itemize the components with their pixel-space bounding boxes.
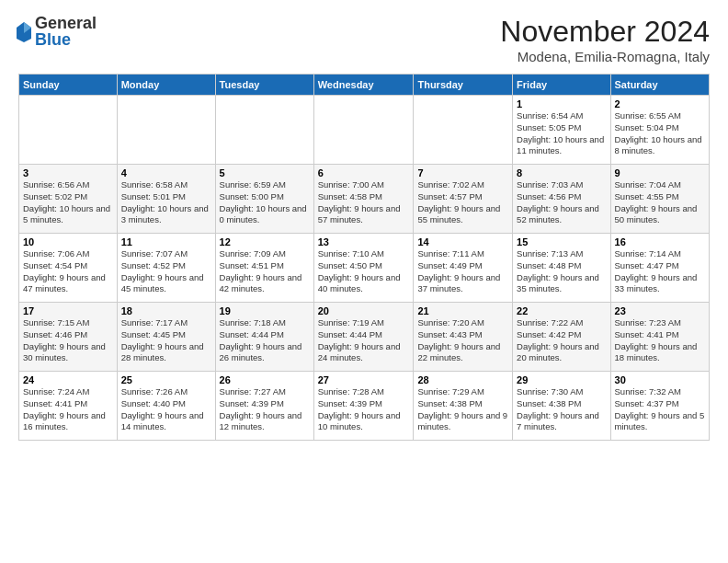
calendar-cell: 1Sunrise: 6:54 AMSunset: 5:05 PMDaylight… <box>513 96 610 165</box>
calendar-cell: 22Sunrise: 7:22 AMSunset: 4:42 PMDayligh… <box>513 303 610 372</box>
day-number: 21 <box>417 305 508 316</box>
day-info: Sunrise: 7:18 AMSunset: 4:44 PMDaylight:… <box>220 317 302 362</box>
day-number: 6 <box>318 167 410 178</box>
calendar-cell <box>117 96 215 165</box>
calendar-header-row: SundayMondayTuesdayWednesdayThursdayFrid… <box>19 75 710 96</box>
calendar-cell: 18Sunrise: 7:17 AMSunset: 4:45 PMDayligh… <box>117 303 215 372</box>
calendar-header-sunday: Sunday <box>19 75 118 96</box>
day-number: 3 <box>23 167 113 178</box>
logo: General Blue <box>18 15 97 48</box>
day-number: 4 <box>121 167 211 178</box>
day-number: 24 <box>23 374 113 385</box>
title-block: November 2024 Modena, Emilia-Romagna, It… <box>500 15 710 64</box>
calendar-cell: 17Sunrise: 7:15 AMSunset: 4:46 PMDayligh… <box>19 303 118 372</box>
day-info: Sunrise: 7:10 AMSunset: 4:50 PMDaylight:… <box>318 248 401 293</box>
calendar-cell: 9Sunrise: 7:04 AMSunset: 4:55 PMDaylight… <box>610 165 709 234</box>
day-info: Sunrise: 7:15 AMSunset: 4:46 PMDaylight:… <box>23 317 106 362</box>
day-number: 11 <box>121 236 211 247</box>
day-number: 20 <box>318 305 410 316</box>
logo-icon <box>15 20 33 42</box>
day-number: 7 <box>417 167 508 178</box>
calendar-week-row: 10Sunrise: 7:06 AMSunset: 4:54 PMDayligh… <box>19 234 710 303</box>
day-info: Sunrise: 6:54 AMSunset: 5:05 PMDaylight:… <box>517 110 604 155</box>
day-info: Sunrise: 7:30 AMSunset: 4:38 PMDaylight:… <box>517 386 599 431</box>
calendar-cell: 12Sunrise: 7:09 AMSunset: 4:51 PMDayligh… <box>215 234 313 303</box>
calendar-cell: 16Sunrise: 7:14 AMSunset: 4:47 PMDayligh… <box>610 234 709 303</box>
day-info: Sunrise: 7:20 AMSunset: 4:43 PMDaylight:… <box>417 317 500 362</box>
day-number: 19 <box>220 305 310 316</box>
day-number: 17 <box>23 305 113 316</box>
day-info: Sunrise: 7:14 AMSunset: 4:47 PMDaylight:… <box>615 248 698 293</box>
day-info: Sunrise: 7:26 AMSunset: 4:40 PMDaylight:… <box>121 386 204 431</box>
day-number: 25 <box>121 374 211 385</box>
day-info: Sunrise: 7:03 AMSunset: 4:56 PMDaylight:… <box>517 179 599 224</box>
day-info: Sunrise: 7:22 AMSunset: 4:42 PMDaylight:… <box>517 317 599 362</box>
day-info: Sunrise: 7:06 AMSunset: 4:54 PMDaylight:… <box>23 248 106 293</box>
calendar-cell <box>19 96 118 165</box>
day-info: Sunrise: 6:58 AMSunset: 5:01 PMDaylight:… <box>121 179 209 224</box>
calendar-cell: 3Sunrise: 6:56 AMSunset: 5:02 PMDaylight… <box>19 165 118 234</box>
calendar-cell: 6Sunrise: 7:00 AMSunset: 4:58 PMDaylight… <box>313 165 414 234</box>
day-info: Sunrise: 6:55 AMSunset: 5:04 PMDaylight:… <box>615 110 702 155</box>
calendar-cell: 29Sunrise: 7:30 AMSunset: 4:38 PMDayligh… <box>513 372 610 441</box>
day-info: Sunrise: 7:28 AMSunset: 4:39 PMDaylight:… <box>318 386 401 431</box>
day-number: 8 <box>517 167 606 178</box>
day-number: 10 <box>23 236 113 247</box>
day-number: 16 <box>615 236 705 247</box>
day-info: Sunrise: 7:13 AMSunset: 4:48 PMDaylight:… <box>517 248 599 293</box>
day-info: Sunrise: 7:23 AMSunset: 4:41 PMDaylight:… <box>615 317 698 362</box>
calendar-header-friday: Friday <box>513 75 610 96</box>
day-info: Sunrise: 7:19 AMSunset: 4:44 PMDaylight:… <box>318 317 401 362</box>
calendar-cell: 14Sunrise: 7:11 AMSunset: 4:49 PMDayligh… <box>414 234 513 303</box>
day-info: Sunrise: 7:11 AMSunset: 4:49 PMDaylight:… <box>417 248 500 293</box>
day-info: Sunrise: 6:59 AMSunset: 5:00 PMDaylight:… <box>220 179 307 224</box>
calendar-table: SundayMondayTuesdayWednesdayThursdayFrid… <box>18 74 710 441</box>
day-info: Sunrise: 7:24 AMSunset: 4:41 PMDaylight:… <box>23 386 106 431</box>
day-info: Sunrise: 7:17 AMSunset: 4:45 PMDaylight:… <box>121 317 204 362</box>
calendar-cell <box>414 96 513 165</box>
day-info: Sunrise: 7:07 AMSunset: 4:52 PMDaylight:… <box>121 248 204 293</box>
calendar-cell: 4Sunrise: 6:58 AMSunset: 5:01 PMDaylight… <box>117 165 215 234</box>
calendar-cell: 25Sunrise: 7:26 AMSunset: 4:40 PMDayligh… <box>117 372 215 441</box>
day-number: 5 <box>220 167 310 178</box>
calendar-week-row: 24Sunrise: 7:24 AMSunset: 4:41 PMDayligh… <box>19 372 710 441</box>
day-number: 12 <box>220 236 310 247</box>
calendar-cell: 19Sunrise: 7:18 AMSunset: 4:44 PMDayligh… <box>215 303 313 372</box>
day-number: 28 <box>417 374 508 385</box>
calendar-header-tuesday: Tuesday <box>215 75 313 96</box>
day-number: 27 <box>318 374 410 385</box>
day-number: 9 <box>615 167 705 178</box>
calendar-cell <box>215 96 313 165</box>
location: Modena, Emilia-Romagna, Italy <box>500 49 710 64</box>
day-number: 23 <box>615 305 705 316</box>
day-info: Sunrise: 7:32 AMSunset: 4:37 PMDaylight:… <box>615 386 705 431</box>
day-number: 14 <box>417 236 508 247</box>
day-info: Sunrise: 7:29 AMSunset: 4:38 PMDaylight:… <box>417 386 507 431</box>
day-number: 18 <box>121 305 211 316</box>
calendar-header-saturday: Saturday <box>610 75 709 96</box>
day-number: 2 <box>615 98 705 109</box>
calendar-cell: 5Sunrise: 6:59 AMSunset: 5:00 PMDaylight… <box>215 165 313 234</box>
calendar-cell: 23Sunrise: 7:23 AMSunset: 4:41 PMDayligh… <box>610 303 709 372</box>
calendar-cell: 2Sunrise: 6:55 AMSunset: 5:04 PMDaylight… <box>610 96 709 165</box>
calendar-cell: 10Sunrise: 7:06 AMSunset: 4:54 PMDayligh… <box>19 234 118 303</box>
day-number: 26 <box>220 374 310 385</box>
calendar-week-row: 1Sunrise: 6:54 AMSunset: 5:05 PMDaylight… <box>19 96 710 165</box>
day-number: 22 <box>517 305 606 316</box>
calendar-cell: 21Sunrise: 7:20 AMSunset: 4:43 PMDayligh… <box>414 303 513 372</box>
day-info: Sunrise: 6:56 AMSunset: 5:02 PMDaylight:… <box>23 179 110 224</box>
day-info: Sunrise: 7:04 AMSunset: 4:55 PMDaylight:… <box>615 179 698 224</box>
calendar-cell: 26Sunrise: 7:27 AMSunset: 4:39 PMDayligh… <box>215 372 313 441</box>
day-number: 15 <box>517 236 606 247</box>
logo-general: General <box>35 15 97 31</box>
day-info: Sunrise: 7:09 AMSunset: 4:51 PMDaylight:… <box>220 248 302 293</box>
day-info: Sunrise: 7:02 AMSunset: 4:57 PMDaylight:… <box>417 179 500 224</box>
header: General Blue November 2024 Modena, Emili… <box>18 15 710 64</box>
calendar-cell: 24Sunrise: 7:24 AMSunset: 4:41 PMDayligh… <box>19 372 118 441</box>
logo-blue: Blue <box>35 31 97 48</box>
calendar-header-wednesday: Wednesday <box>313 75 414 96</box>
day-number: 29 <box>517 374 606 385</box>
calendar-cell: 11Sunrise: 7:07 AMSunset: 4:52 PMDayligh… <box>117 234 215 303</box>
calendar-cell: 13Sunrise: 7:10 AMSunset: 4:50 PMDayligh… <box>313 234 414 303</box>
day-info: Sunrise: 7:27 AMSunset: 4:39 PMDaylight:… <box>220 386 302 431</box>
